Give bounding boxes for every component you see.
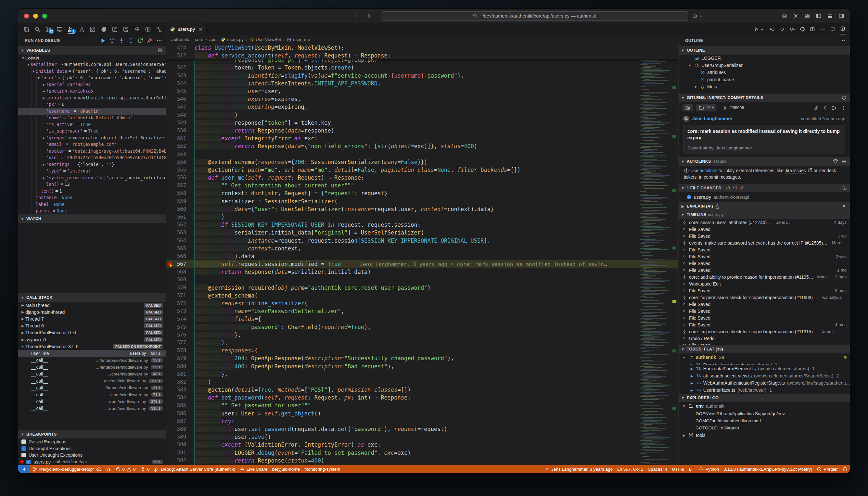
variable-row[interactable]: ▼serializer=<authentik.core.api.users.Se… [18, 61, 166, 68]
code-line[interactable]: 591 LOGGER.debug(event="Failed to set pa… [166, 449, 678, 457]
variable-row[interactable]: 'avatar'='data:image/svg+xml;base64,PHN2… [18, 148, 166, 155]
gutter[interactable]: 572 [166, 299, 195, 307]
sync-status-item[interactable] [104, 465, 113, 473]
code-line[interactable]: response["group_pk"] = str(object=group.… [166, 59, 678, 64]
chevron-right-icon[interactable]: ▶ [20, 304, 25, 307]
outline-item-attributes[interactable]: attributes [679, 69, 850, 76]
chevron-right-icon[interactable]: ▶ [689, 374, 694, 378]
chevron-right-icon[interactable]: ▶ [20, 324, 25, 328]
live-share-status-item[interactable]: Live Share [237, 465, 270, 473]
toggle-primary-sidebar-icon[interactable] [816, 13, 821, 18]
code-line[interactable]: 569 [166, 276, 678, 283]
gitlens-overview-tab[interactable] [682, 104, 693, 111]
gutter[interactable]: 512 [166, 52, 195, 59]
debug-status-item[interactable]: Debug: Attach Server Core (authentik) [152, 465, 237, 473]
more-icon[interactable] [841, 105, 846, 110]
call-stack-frame-row[interactable]: __call__…/root/middleware.py318:1 [18, 405, 166, 412]
code-line[interactable]: 563 serializer.initial_data["original"] … [166, 229, 678, 236]
breakpoint-row[interactable]: ✓users.pyauthentik/core/api567 [18, 459, 166, 465]
variable-row[interactable]: 'name'='authentik Default Admin' [18, 115, 166, 122]
chevron-right-icon[interactable]: ▶ [42, 96, 46, 100]
code-line[interactable]: 553 [166, 150, 678, 158]
indentation-item[interactable]: Spaces: 4 [646, 465, 669, 473]
variable-row[interactable]: 'type'='internal' [18, 168, 166, 175]
code-line[interactable]: 574 fields={ [166, 315, 678, 323]
gutter[interactable]: 556 [166, 174, 195, 182]
activity-gitlens-inspect-icon[interactable] [122, 25, 130, 34]
call-stack-frame-row[interactable]: __call__…/enterprise/middleware.py39:1 [18, 357, 166, 364]
gutter[interactable]: 580 [166, 362, 195, 370]
timeline-item[interactable]: core: fix permission check for scoped im… [679, 328, 850, 335]
debug-more-icon[interactable] [156, 37, 162, 44]
interpreter-item[interactable]: 3.12.8 ('authentik-xEAhpGPh-py3.12': Poe… [721, 465, 815, 473]
code-line[interactable]: 565 context=context, [166, 245, 678, 252]
call-stack-thread-row[interactable]: ▶MainThreadPAUSED [18, 302, 166, 309]
back-icon[interactable] [822, 105, 828, 110]
toggle-panel-icon[interactable] [827, 13, 833, 18]
encoding-item[interactable]: UTF-8 [669, 465, 686, 473]
variable-row[interactable]: label=None [18, 201, 166, 208]
host2-status-item[interactable]: monitoring-system [302, 465, 342, 473]
changed-file-row[interactable]: users.py authentik/core/api [679, 192, 850, 202]
code-line[interactable]: 592 return Response(status=400) [166, 457, 678, 465]
activity-explorer-icon[interactable] [22, 25, 31, 34]
activity-github-icon[interactable] [99, 25, 108, 34]
gutter[interactable]: 545 [166, 87, 195, 95]
chevron-right-icon[interactable]: ▶ [42, 163, 46, 166]
timeline-section-header[interactable]: ▼TIMELINE users.py [679, 211, 850, 219]
code-line[interactable]: 573 name="UserPasswordSetSerializer", [166, 307, 678, 315]
close-tab-icon[interactable]: ✕ [199, 27, 202, 32]
gutter[interactable]: 570 [166, 284, 195, 292]
current-change-icon[interactable] [780, 27, 785, 32]
variable-row[interactable]: ▶serializer=<authentik.core.api.users.Us… [18, 94, 166, 101]
breadcrumb-item[interactable]: api [209, 37, 215, 42]
autolinks-section-header[interactable]: ▼AUTOLINKS 0 found [679, 157, 850, 166]
eol-item[interactable]: LF [687, 465, 697, 473]
split-editor-icon[interactable] [810, 27, 815, 32]
timeline-item[interactable]: File Saved4 mos [679, 321, 850, 328]
notifications-item[interactable] [840, 465, 850, 473]
gutter[interactable]: 553 [166, 150, 195, 158]
explain-ai-section-header[interactable]: ▶EXPLAIN (AI) [679, 202, 850, 211]
timeline-item[interactable]: core: fix permission check for scoped im… [679, 294, 850, 301]
timeline-item[interactable]: File Saved [679, 246, 850, 253]
code-line[interactable]: 568 return Response(data=serializer.init… [166, 268, 678, 276]
timeline-item[interactable]: File Saved3 mos [679, 287, 850, 294]
code-line[interactable]: 550 return Response(data=response) [166, 127, 678, 135]
watch-section-header[interactable]: ▼WATCH [18, 214, 166, 223]
code-line[interactable]: 546 expires=expires, [166, 95, 678, 103]
gitlens-section-header[interactable]: ▼GITLENS: INSPECT: COMMIT DETAILS [679, 94, 850, 102]
jira-issues-link[interactable]: Jira issues [785, 168, 806, 173]
chevron-right-icon[interactable]: ▶ [20, 338, 25, 341]
variable-row[interactable]: ▶'settings'={'locale': ''} [18, 161, 166, 168]
todos-section-header[interactable]: ▼TODOS: FLAT (39) [679, 345, 850, 353]
go-env-var-row[interactable]: GOTOOLCHAIN=auto [679, 424, 850, 431]
go-env-var-row[interactable]: GOENV=~/Library/Application Support/go/e… [679, 410, 850, 417]
variable-row[interactable]: 'is_active'=True [18, 121, 166, 128]
chevron-down-icon[interactable]: ▼ [688, 64, 692, 67]
command-center-search[interactable]: ~/dev/authentik/authentik/core/api/users… [381, 11, 688, 21]
call-stack-thread-row[interactable]: ▶ThreadPoolExecutor-0_0PAUSED [18, 329, 166, 336]
breadcrumb[interactable]: authentik›core›api›users.py›UserViewSet›… [166, 35, 678, 44]
variables-section-header[interactable]: ▼VARIABLES [18, 46, 166, 55]
code-line[interactable]: 578 responses={ [166, 346, 678, 354]
code-line[interactable]: 582 ) [166, 378, 678, 386]
zoom-window-button[interactable] [42, 14, 47, 18]
activity-gitlens-icon[interactable] [110, 25, 119, 34]
timeline-item[interactable]: core: add ability to provide reason for … [679, 274, 850, 280]
variable-row[interactable]: len()=12 [18, 181, 166, 188]
call-stack-thread-row[interactable]: ▶asyncio_0PAUSED [18, 336, 166, 343]
checkbox-unchecked[interactable] [21, 453, 26, 458]
gutter[interactable]: 591 [166, 449, 195, 457]
variable-row[interactable]: ▼'user'={'pk': 6, 'username': 'akadmin',… [18, 75, 166, 81]
gutter[interactable]: 554 [166, 158, 195, 166]
outline-item-parent_name[interactable]: parent_name [679, 76, 850, 83]
gitlens-commit-sha[interactable]: f285096 [719, 104, 746, 111]
more-actions-icon[interactable] [820, 27, 825, 32]
variable-row[interactable]: parent=None [18, 208, 166, 215]
host1-status-item[interactable]: beryjuio-home [270, 465, 303, 473]
code-line[interactable]: 561 ) [166, 213, 678, 221]
gutter[interactable]: 424 [166, 44, 195, 52]
gutter[interactable]: 549 [166, 119, 195, 127]
gutter[interactable]: 575 [166, 323, 195, 331]
